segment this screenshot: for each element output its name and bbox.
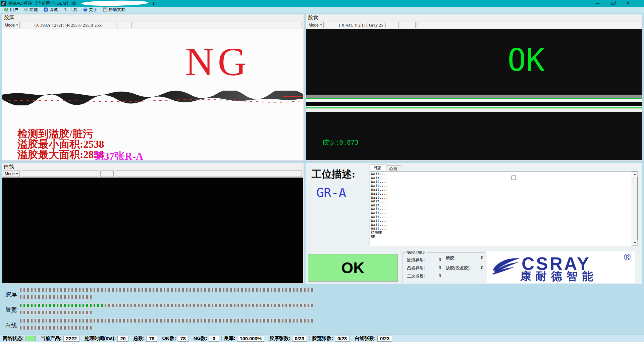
frame-square xyxy=(56,326,59,330)
frame-square xyxy=(49,326,52,330)
white-line-image[interactable] xyxy=(2,178,303,283)
frame-square xyxy=(233,303,236,308)
frame-square xyxy=(204,303,207,308)
glue-width-measurement: 胶宽:0.873 xyxy=(323,138,359,147)
log-checkbox[interactable] xyxy=(512,176,516,180)
frame-square xyxy=(240,319,244,323)
frame-square xyxy=(229,303,232,308)
glue-thickness-coordinate-field: (X 398,Y 1272) : (R 255,G 255,B 255) xyxy=(22,22,115,28)
frame-square xyxy=(189,319,192,323)
mode-label: Mode xyxy=(309,23,319,28)
menu-item-about[interactable]: 关于 xyxy=(81,7,101,13)
frame-square xyxy=(277,288,280,292)
frame-square xyxy=(145,288,148,292)
mode-label: Mode xyxy=(5,172,15,176)
frame-square xyxy=(100,319,103,323)
frame-square xyxy=(30,295,33,299)
log-box[interactable]: Wait.... Wait.... Wait.... Wait.... Wait… xyxy=(370,171,638,246)
frame-square xyxy=(104,288,107,292)
frame-square xyxy=(82,295,85,299)
statusbar-item: 网络状态: xyxy=(3,335,36,342)
menu-item-user[interactable]: 用户 xyxy=(2,7,22,13)
minimize-button[interactable] xyxy=(590,0,605,7)
frame-square xyxy=(78,295,81,299)
ng-stat-label: 波浪异常: xyxy=(407,257,425,263)
glue-width-image[interactable]: OK 胶宽:0.873 xyxy=(306,29,642,160)
frame-square xyxy=(307,303,310,308)
frame-square xyxy=(222,319,225,323)
station-description-value: GR-A xyxy=(316,186,346,200)
csray-logo: CSRAY ® 康耐德智能 xyxy=(487,251,635,283)
statusbar-item: 白线张数:0/23 xyxy=(355,335,392,342)
triangle-down-icon xyxy=(634,242,636,244)
frame-square xyxy=(30,310,33,315)
network-status-indicator xyxy=(25,336,36,341)
frame-square xyxy=(237,288,240,292)
scroll-up-button[interactable] xyxy=(632,172,638,177)
menu-item-tools[interactable]: 工具 xyxy=(61,7,81,13)
frame-square xyxy=(23,288,26,292)
frame-square xyxy=(26,288,30,292)
tab-heartbeat[interactable]: 心跳 xyxy=(386,165,401,171)
frame-square xyxy=(63,303,66,308)
frame-square xyxy=(82,326,85,330)
frame-square-row xyxy=(19,319,644,325)
close-button[interactable]: × xyxy=(621,0,636,7)
statusbar-value: 78 xyxy=(178,336,189,342)
glue-width-info-field xyxy=(418,22,640,28)
frame-square xyxy=(288,303,291,308)
white-line-mode-dropdown[interactable]: Mode xyxy=(3,170,20,177)
frame-square xyxy=(145,303,148,308)
frame-square xyxy=(311,319,314,323)
frame-square xyxy=(71,310,74,315)
frame-square xyxy=(63,288,66,292)
panel-glue-width: 胶宽 Mode ( X 431, Y 2 ) : ( Gray 25 ) OK … xyxy=(306,14,642,161)
tab-log[interactable]: 日志 xyxy=(370,164,385,171)
frame-square xyxy=(215,303,218,308)
status-bar: 网络状态:当前产品:2222处理时间(ms):20总数:78OK数:78NG数:… xyxy=(0,335,644,342)
frame-square xyxy=(133,319,137,323)
frame-square xyxy=(34,295,37,299)
menu-item-label: 用户 xyxy=(10,7,18,13)
frame-square xyxy=(71,303,74,308)
statusbar-item: 胶宽张数:0/23 xyxy=(312,335,350,342)
frame-square xyxy=(277,303,280,308)
frame-square xyxy=(41,310,44,315)
frame-square xyxy=(71,326,74,330)
frame-square xyxy=(248,319,251,323)
menu-item-features[interactable]: 功能 xyxy=(22,7,42,13)
frame-square xyxy=(285,288,288,292)
glue-width-toolbar: Mode ( X 431, Y 2 ) : ( Gray 25 ) xyxy=(306,21,642,29)
frame-square xyxy=(266,303,269,308)
restore-button[interactable] xyxy=(605,0,621,7)
log-scrollbar[interactable] xyxy=(632,172,637,246)
glue-thickness-image[interactable]: NG 检测到溢胶/脏污 溢胶最小面积:2538 溢胶最大面积:2838 第37张… xyxy=(2,29,303,160)
scroll-down-button[interactable] xyxy=(632,240,638,246)
panel-white-line-title: 白线 xyxy=(2,163,304,170)
frame-square xyxy=(174,319,177,323)
frame-square xyxy=(303,303,306,308)
menu-item-debug[interactable]: 调试 xyxy=(42,7,61,13)
frame-square xyxy=(108,303,111,308)
menu-item-help[interactable]: 帮助文档 xyxy=(101,7,129,13)
grid-group-白线: 白线 xyxy=(0,319,644,332)
ng-result-text: NG xyxy=(185,42,250,82)
frame-square xyxy=(52,319,55,323)
frame-square xyxy=(207,319,210,323)
frame-square xyxy=(152,288,155,292)
frame-square xyxy=(19,310,22,315)
frame-square xyxy=(156,288,159,292)
frame-square xyxy=(60,288,63,292)
frame-square xyxy=(41,288,44,292)
frame-square xyxy=(292,319,295,323)
glue-width-mode-dropdown[interactable]: Mode xyxy=(307,22,324,28)
window-title-suffix: 1 xyxy=(152,1,155,6)
frame-square xyxy=(26,303,30,308)
frame-square xyxy=(100,303,103,308)
frame-square xyxy=(292,303,295,308)
frame-square xyxy=(86,288,89,292)
frame-square xyxy=(49,319,52,323)
glue-thickness-mode-dropdown[interactable]: Mode xyxy=(3,22,20,28)
grid-group-胶宽: 胶宽 xyxy=(0,303,644,316)
frame-square xyxy=(248,303,251,308)
